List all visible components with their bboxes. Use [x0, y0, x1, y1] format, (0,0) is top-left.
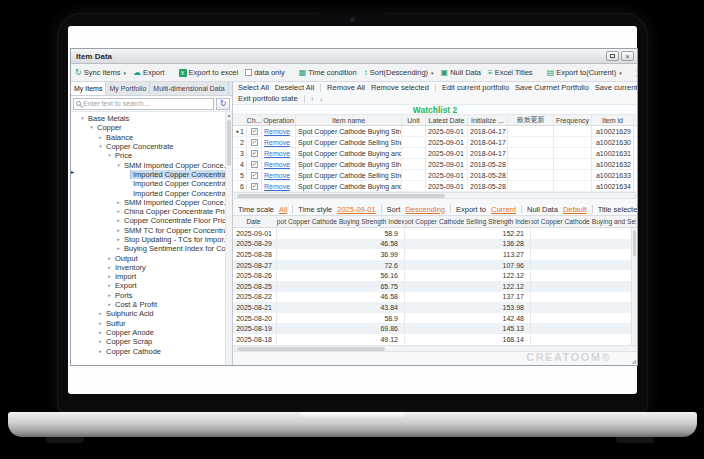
tree-item[interactable]: ▸Cost & Profit	[71, 300, 232, 309]
table-row[interactable]: 2025-08-2836.99113.27	[233, 249, 637, 260]
checkbox-checked-icon[interactable]: ✓	[251, 150, 258, 157]
remove-link[interactable]: Remove	[264, 150, 290, 157]
sort-ascending-icon[interactable]: ↑	[311, 96, 314, 102]
scrollbar-thumb[interactable]	[237, 194, 445, 198]
remove-selected-button[interactable]: Remove selected	[371, 83, 429, 92]
excel-titles-button[interactable]: ≡Excel Titles	[488, 68, 533, 77]
tree-item[interactable]: ▸Sulphuric Acid	[71, 309, 232, 318]
index-computation-icon: ∑	[636, 69, 637, 77]
toolbar-divider	[592, 205, 593, 213]
sort-descending-button[interactable]: ↕Sort(Descending)▾	[364, 68, 434, 77]
remove-link[interactable]: Remove	[264, 172, 290, 179]
sort-order-link[interactable]: Descending	[405, 205, 445, 214]
tree-item[interactable]: ▾SMM Imported Copper Conce...	[71, 160, 232, 169]
tree-item[interactable]: ▸Stop Updating - TCs for Impor...	[71, 235, 232, 244]
tree-item[interactable]: ▸Copper Cathode	[71, 346, 232, 355]
tree-item[interactable]: ▸Export	[71, 281, 232, 290]
tree-item[interactable]: ▸Copper Anode	[71, 328, 232, 337]
remove-link[interactable]: Remove	[264, 161, 290, 168]
resize-grip-icon[interactable]: ◢	[631, 358, 636, 364]
table-row[interactable]: 2 ✓ Remove Spot Copper Cathode Selling S…	[233, 137, 637, 148]
table-row[interactable]: 2025-08-2656.16122.12	[233, 270, 637, 281]
table-row[interactable]: 2025-08-2058.9142.48	[233, 313, 637, 324]
checkbox-checked-icon[interactable]: ✓	[251, 139, 258, 146]
tree-item-selected[interactable]: Imported Copper Concentra...	[71, 170, 232, 179]
tab-my-portfolio[interactable]: My Portfolio	[106, 82, 150, 95]
checkbox-checked-icon[interactable]: ✓	[251, 128, 258, 135]
export-target-link[interactable]: Current	[491, 205, 516, 214]
checkbox-checked-icon[interactable]: ✓	[251, 161, 258, 168]
tree-item[interactable]: ▸Copper Concentrate Floor Pric...	[71, 216, 232, 225]
tree-item[interactable]: ▸Balance	[71, 133, 232, 142]
index-computation-button[interactable]: ∑Index computation▾	[636, 68, 637, 77]
tree-item[interactable]: ▸Ports	[71, 291, 232, 300]
sync-items-button[interactable]: ↻Sync items▾	[75, 68, 126, 77]
tree-item[interactable]: ▸Output	[71, 253, 232, 262]
export-button[interactable]: ☁Export	[133, 68, 165, 77]
tree-item[interactable]: ▸China Copper Concentrate Pric...	[71, 207, 232, 216]
save-portfolio-as-button[interactable]: Save current portfolio as	[595, 83, 637, 92]
tree-scrollbar[interactable]: ▲	[225, 112, 232, 365]
table-row[interactable]: 2025-08-2143.84153.98	[233, 302, 637, 313]
remove-all-button[interactable]: Remove All	[327, 83, 365, 92]
table-row[interactable]: 2025-08-2946.58136.28	[233, 239, 637, 250]
table-row[interactable]: 6 ✓ Remove Spot Copper Cathode Buying an…	[233, 181, 637, 192]
tree-item[interactable]: ▸Sulfur	[71, 319, 232, 328]
scrollbar-thumb[interactable]	[633, 230, 636, 256]
tree-item[interactable]: ▸Buying Sentiment Index for Co...	[71, 244, 232, 253]
sort-descending-icon[interactable]: ↓	[320, 96, 323, 102]
tree-scrollbar-thumb[interactable]	[227, 120, 231, 166]
edit-current-portfolio-button[interactable]: Edit current portfolio	[442, 83, 509, 92]
null-data-button[interactable]: ▣Null Data	[441, 68, 481, 77]
deselect-all-button[interactable]: Deselect All	[275, 83, 314, 92]
table-row[interactable]: 2025-08-2772.6107.96	[233, 260, 637, 271]
tree-item[interactable]: ▸SMM TC for Copper Concentra...	[71, 226, 232, 235]
search-input[interactable]	[83, 100, 211, 107]
remove-link[interactable]: Remove	[264, 128, 290, 135]
null-data-default-link[interactable]: Default	[563, 205, 587, 214]
table-row[interactable]: 2025-08-2246.58137.17	[233, 292, 637, 303]
time-scale-all-link[interactable]: All	[279, 205, 287, 214]
tab-my-items[interactable]: My Items	[71, 82, 106, 95]
search-refresh-button[interactable]: ↻	[216, 98, 230, 110]
watchlist-title: Watchlist 2	[233, 104, 637, 115]
tree-item[interactable]: ▸Import	[71, 272, 232, 281]
checkbox-checked-icon[interactable]: ✓	[251, 172, 258, 179]
data-table-vertical-scrollbar[interactable]	[631, 228, 637, 345]
table-row[interactable]: 4 ✓ Remove Spot Copper Cathode Buying St…	[233, 159, 637, 170]
select-all-button[interactable]: Select All	[238, 83, 269, 92]
checkbox-checked-icon[interactable]: ✓	[251, 183, 258, 190]
exit-portfolio-state-button[interactable]: Exit portfolio state	[238, 94, 298, 103]
save-current-portfolio-button[interactable]: Save Currnet Portfolio	[515, 83, 589, 92]
remove-link[interactable]: Remove	[264, 139, 290, 146]
tree-item[interactable]: ▸SMM Imported Copper Conce...	[71, 198, 232, 207]
tab-multi-dimensional-data[interactable]: Multi-dimensional Data	[150, 82, 228, 95]
table-row[interactable]: 2025-08-1849.12168.14	[233, 334, 637, 345]
data-only-checkbox[interactable]: data only	[245, 68, 284, 77]
table-row[interactable]: 3 ✓ Remove Spot Copper Cathode Buying an…	[233, 148, 637, 159]
watchlist-horizontal-scrollbar[interactable]	[234, 192, 636, 199]
export-to-current-button[interactable]: ▤Export to(Current)▾	[547, 68, 622, 77]
table-row[interactable]: 2025-08-2565.75122.12	[233, 281, 637, 292]
remove-link[interactable]: Remove	[264, 183, 290, 190]
table-row[interactable]: 2025-08-1969.86145.13	[233, 323, 637, 334]
time-condition-button[interactable]: ▦Time condition	[299, 68, 357, 77]
restore-button[interactable]	[606, 51, 619, 61]
tree-item[interactable]: Imported Copper Concentra...	[71, 188, 232, 197]
export-to-excel-button[interactable]: XExport to excel	[179, 68, 239, 77]
scroll-up-icon: ▲	[227, 112, 232, 118]
time-style-link[interactable]: 2025-09-01	[337, 205, 375, 214]
close-button[interactable]: ×	[621, 51, 634, 61]
tree-item[interactable]: Imported Copper Concentra...	[71, 179, 232, 188]
tree-item[interactable]: ▾Copper	[71, 123, 232, 132]
scrollbar-thumb[interactable]	[237, 347, 385, 351]
tree-item[interactable]: ▾Price	[71, 151, 232, 160]
title-selected-dropdown[interactable]: Title selected	[598, 205, 637, 214]
tree-item[interactable]: ▾Copper Concentrate	[71, 142, 232, 151]
table-row[interactable]: 5 ✓ Remove Spot Copper Cathode Selling S…	[233, 170, 637, 181]
table-row[interactable]: ▸1 ✓ Remove Spot Copper Cathode Buying S…	[233, 126, 637, 137]
tree-item[interactable]: ▸Inventory	[71, 263, 232, 272]
table-row[interactable]: 2025-09-0158.9152.21	[233, 228, 637, 239]
tree-item[interactable]: ▾Base Metals	[71, 114, 232, 123]
tree-item[interactable]: ▸Copper Scrap	[71, 337, 232, 346]
